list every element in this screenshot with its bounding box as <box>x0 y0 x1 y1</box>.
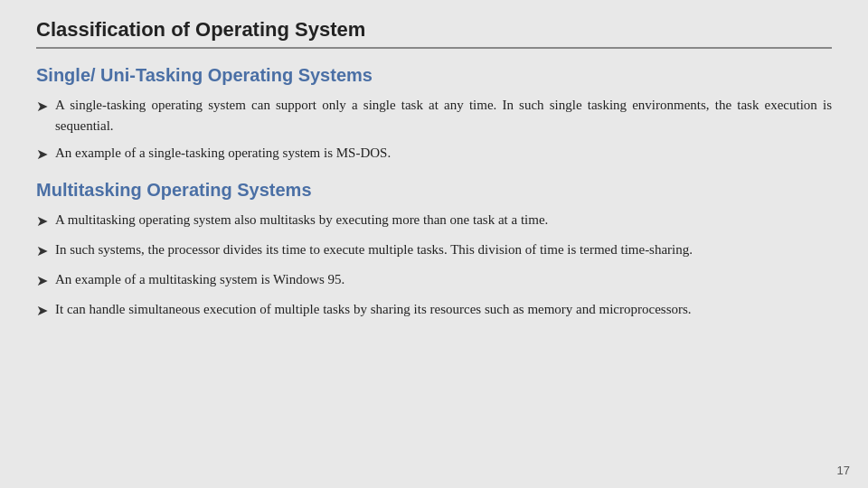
arrow-icon: ➤ <box>36 144 48 165</box>
arrow-icon: ➤ <box>36 211 48 232</box>
list-item: ➤ It can handle simultaneous execution o… <box>36 299 832 322</box>
slide: Classification of Operating System Singl… <box>0 0 868 488</box>
list-item: ➤ A single-tasking operating system can … <box>36 95 832 136</box>
bullet-list-multi: ➤ A multitasking operating system also m… <box>36 210 832 322</box>
bullet-text: An example of a single-tasking operating… <box>55 143 832 164</box>
bullet-text: In such systems, the processor divides i… <box>55 239 832 260</box>
bullet-text: A single-tasking operating system can su… <box>55 95 832 136</box>
arrow-icon: ➤ <box>36 96 48 117</box>
list-item: ➤ An example of a multitasking system is… <box>36 269 832 292</box>
section-heading-multi: Multitasking Operating Systems <box>36 180 832 201</box>
list-item: ➤ An example of a single-tasking operati… <box>36 143 832 165</box>
page-number: 17 <box>837 464 850 477</box>
list-item: ➤ In such systems, the processor divides… <box>36 239 832 262</box>
arrow-icon: ➤ <box>36 300 48 322</box>
bullet-list-single: ➤ A single-tasking operating system can … <box>36 95 832 165</box>
section-single-tasking: Single/ Uni-Tasking Operating Systems ➤ … <box>36 65 832 165</box>
section-multitasking: Multitasking Operating Systems ➤ A multi… <box>36 180 832 322</box>
arrow-icon: ➤ <box>36 270 48 292</box>
arrow-icon: ➤ <box>36 240 48 262</box>
slide-title: Classification of Operating System <box>36 18 832 49</box>
section-heading-single: Single/ Uni-Tasking Operating Systems <box>36 65 832 86</box>
list-item: ➤ A multitasking operating system also m… <box>36 210 832 232</box>
bullet-text: It can handle simultaneous execution of … <box>55 299 832 320</box>
bullet-text: A multitasking operating system also mul… <box>55 210 832 230</box>
bullet-text: An example of a multitasking system is W… <box>55 269 832 290</box>
